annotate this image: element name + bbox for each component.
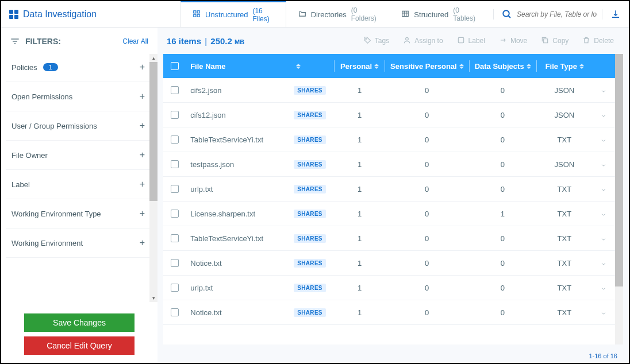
row-checkbox[interactable] [171,111,179,119]
plus-icon[interactable]: + [140,150,145,160]
grid-icon [9,10,18,19]
filter-item-open-permissions[interactable]: Open Permissions+ [6,82,151,111]
row-checkbox[interactable] [171,308,179,316]
unstructured-icon [193,10,201,20]
row-checkbox[interactable] [171,234,179,242]
sort-icon[interactable] [296,62,301,70]
personal-count: 1 [358,86,362,95]
sidebar-scrollbar-thumb[interactable] [149,62,158,201]
chevron-down-icon[interactable] [601,309,606,315]
filter-badge: 1 [43,63,58,71]
tab-structured[interactable]: Structured (0 Tables) [389,1,489,27]
chevron-down-icon[interactable] [601,137,606,142]
chevron-down-icon[interactable] [601,285,606,291]
plus-icon[interactable]: + [140,179,145,189]
chevron-down-icon[interactable] [601,211,606,216]
table-row[interactable]: Notice.txtSHARES100TXT [163,300,623,325]
filter-item-user-group-permissions[interactable]: User / Group Permissions+ [6,111,151,141]
row-checkbox[interactable] [171,284,179,292]
row-checkbox[interactable] [171,135,179,144]
svg-rect-2 [194,14,196,17]
plus-icon[interactable]: + [140,62,145,72]
file-type: JSON [554,86,574,95]
table-row[interactable]: cifs12.jsonSHARES100JSON [163,103,623,127]
filter-item-working-environment[interactable]: Working Environment+ [6,229,151,258]
row-checkbox[interactable] [171,160,179,168]
column-file-name[interactable]: File Name [186,62,289,71]
table-row[interactable]: urlp.txtSHARES100TXT [163,276,623,300]
row-checkbox[interactable] [171,86,179,94]
sort-icon[interactable] [579,62,584,70]
column-personal-label: Personal [340,62,372,71]
tab-directories[interactable]: Directories (0 Folders) [286,1,390,27]
column-subjects-label: Data Subjects [475,62,524,71]
filter-item-policies[interactable]: Policies1+ [6,53,151,82]
row-checkbox[interactable] [171,259,179,267]
cancel-edit-query-button[interactable]: Cancel Edit Query [24,336,135,355]
table-row[interactable]: Notice.txtSHARES100TXT [163,251,623,276]
chevron-down-icon[interactable] [601,235,606,241]
table-row[interactable]: TableTextServiceYi.txtSHARES100TXT [163,127,623,152]
sensitive-count: 0 [425,284,429,292]
table-row[interactable]: urlp.txtSHARES100TXT [163,177,623,202]
svg-point-8 [503,10,509,17]
table-row[interactable]: TableTextServiceYi.txtSHARES100TXT [163,226,623,251]
file-name: cifs12.json [190,111,225,119]
file-name: urlp.txt [190,284,213,292]
save-changes-button[interactable]: Save Changes [24,313,135,332]
sort-icon[interactable] [459,62,464,70]
label-icon [457,36,465,46]
chevron-down-icon[interactable] [601,87,606,93]
plus-icon[interactable]: + [140,121,145,131]
column-subjects[interactable]: Data Subjects [469,62,536,71]
plus-icon[interactable]: + [140,208,145,219]
delete-button[interactable]: Delete [577,33,620,49]
personal-count: 1 [358,284,362,292]
select-all-checkbox[interactable] [171,62,179,70]
move-button[interactable]: Move [493,33,533,49]
chevron-down-icon[interactable] [601,260,606,266]
column-personal[interactable]: Personal [335,62,385,71]
table-row[interactable]: License.sharpen.txtSHARES101TXT [163,202,623,226]
table-scrollbar[interactable] [615,54,623,344]
table-scrollbar-thumb[interactable] [615,54,623,286]
plus-icon[interactable]: + [140,91,145,102]
filter-label: Policies [11,63,37,72]
label-button[interactable]: Label [451,33,491,49]
table-row[interactable]: cifs2.jsonSHARES100JSON [163,78,623,103]
scroll-down-icon[interactable]: ▾ [149,294,158,302]
subjects-count: 0 [501,234,505,243]
svg-rect-15 [458,37,463,42]
tags-button[interactable]: Tags [358,33,395,49]
file-name: testpass.json [190,160,234,169]
page-title: Data Investigation [9,9,141,20]
svg-rect-16 [544,38,548,42]
row-checkbox[interactable] [171,210,179,218]
chevron-down-icon[interactable] [601,161,606,167]
assign-button[interactable]: Assign to [397,33,448,49]
sensitive-count: 0 [425,308,429,317]
filter-item-working-environment-type[interactable]: Working Environment Type+ [6,199,151,229]
svg-point-14 [406,37,409,40]
column-file-type[interactable]: File Type [537,62,593,71]
filters-title-text: FILTERS: [25,37,61,46]
sort-icon[interactable] [527,62,531,70]
table-row[interactable]: testpass.jsonSHARES100JSON [163,152,623,177]
clear-all-link[interactable]: Clear All [122,37,148,45]
subjects-count: 0 [501,185,505,193]
tab-unstructured[interactable]: Unstructured (16 Files) [180,1,286,27]
chevron-down-icon[interactable] [601,112,606,118]
sort-icon[interactable] [374,62,379,70]
scroll-up-icon[interactable]: ▴ [149,54,158,62]
search-input[interactable] [517,10,597,18]
row-checkbox[interactable] [171,185,179,193]
file-name: License.sharpen.txt [190,210,255,218]
filter-item-file-owner[interactable]: File Owner+ [6,141,151,170]
copy-button[interactable]: Copy [535,33,574,49]
filter-item-label[interactable]: Label+ [6,170,151,199]
plus-icon[interactable]: + [140,238,145,248]
download-icon[interactable] [610,9,621,20]
chevron-down-icon[interactable] [601,186,606,192]
column-sensitive[interactable]: Sensitive Personal [385,62,468,71]
sidebar-scrollbar[interactable]: ▴ ▾ [149,62,158,294]
